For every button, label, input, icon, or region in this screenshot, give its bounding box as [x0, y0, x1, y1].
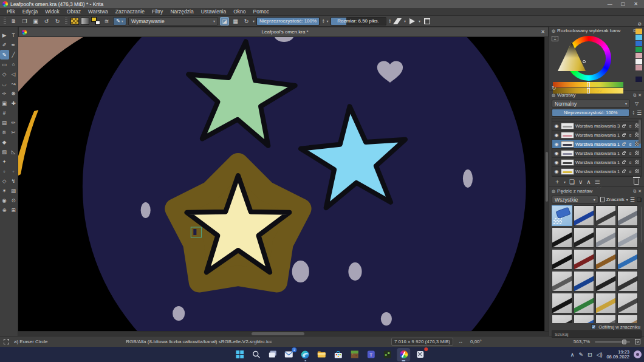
tray-volume-icon[interactable]: ◁)	[597, 352, 603, 358]
opacity-spinner[interactable]: ▲▼	[321, 19, 324, 24]
display-mode-icon[interactable]: ❏	[637, 197, 642, 203]
canvas-vertical-scrollbar[interactable]	[544, 37, 549, 331]
presets-menu-icon[interactable]: ☰	[630, 197, 635, 203]
taskbar-game-icon[interactable]	[380, 348, 394, 361]
reload-preset-button[interactable]: ↻	[242, 17, 251, 26]
brush-preset[interactable]	[617, 227, 638, 248]
brush-preset[interactable]	[574, 205, 594, 226]
duplicate-layer-button[interactable]: ❏	[569, 179, 575, 185]
brush-preset[interactable]	[552, 271, 572, 292]
tool-bezier-select[interactable]: ◉	[0, 196, 9, 205]
notification-badge[interactable]	[634, 350, 642, 358]
brush-editor-button[interactable]: ✎▾	[113, 17, 126, 26]
menu-edycja[interactable]: Edycja	[19, 9, 41, 15]
toolbar-grip[interactable]	[65, 18, 67, 25]
tool-line[interactable]: ╱	[9, 50, 18, 60]
close-docker-icon[interactable]: ✕	[638, 93, 642, 98]
tool-rect-select[interactable]: ▫	[0, 166, 9, 176]
tool-freehand-path[interactable]: ↝	[9, 79, 18, 89]
tray-network-icon[interactable]: ⊡	[587, 352, 592, 358]
document-close-button[interactable]: ✕	[541, 29, 545, 35]
tool-edit-shapes[interactable]: ✐	[0, 40, 9, 50]
taskbar-store-icon[interactable]	[331, 348, 344, 361]
layer-row[interactable]: ◉Warstwa malowania 3α	[552, 121, 641, 131]
size-spinner[interactable]: ▲▼	[388, 19, 391, 24]
move-layer-up-button[interactable]: ∧	[586, 179, 591, 185]
tool-gradient[interactable]: ▤	[0, 118, 9, 128]
chevron-down-icon[interactable]: ▾	[326, 19, 328, 23]
taskbar-edge-icon[interactable]	[298, 348, 312, 361]
tool-bezier-curve[interactable]: ◡	[0, 79, 9, 89]
menu-filtry[interactable]: Filtry	[149, 9, 166, 15]
tool-smart-patch[interactable]: ✂	[9, 128, 18, 137]
tool-calligraphy[interactable]: ✒	[9, 40, 18, 50]
layer-row[interactable]: ◉Warstwa malowania 16α	[552, 167, 641, 176]
toolbar-grip[interactable]	[4, 18, 6, 25]
tool-select-shapes[interactable]: ▶	[0, 30, 9, 40]
taskbar-teams-icon[interactable]: T	[364, 348, 377, 361]
taskbar-mail-icon[interactable]: 3	[282, 348, 295, 361]
filter-checkbox[interactable]: ✓	[591, 324, 596, 329]
tool-freehand-select[interactable]: ↯	[9, 176, 18, 186]
color-swatch[interactable]	[635, 59, 642, 64]
chevron-down-icon[interactable]: ▾	[404, 19, 406, 23]
clock[interactable]: 19:23 08.09.2022	[606, 350, 629, 360]
menu-narzędzia[interactable]: Narzędzia	[167, 9, 196, 15]
layer-lock-icon[interactable]	[621, 160, 626, 165]
tool-polygon[interactable]: ◇	[0, 69, 9, 79]
menu-widok[interactable]: Widok	[42, 9, 63, 15]
menu-zaznaczanie[interactable]: Zaznaczanie	[112, 9, 148, 15]
layer-lock-icon[interactable]	[621, 169, 626, 174]
tool-transform[interactable]: ▣	[0, 98, 9, 108]
tray-chevron-icon[interactable]: ∧	[570, 352, 575, 358]
brush-preset[interactable]	[617, 315, 638, 323]
mirror-button[interactable]	[393, 17, 402, 26]
tool-fill[interactable]: ◆	[0, 137, 9, 147]
layer-visible-icon[interactable]: ◉	[553, 132, 560, 138]
layer-inherit-alpha-icon[interactable]	[634, 160, 640, 165]
brush-preset[interactable]	[552, 249, 572, 270]
brush-preset[interactable]	[552, 205, 572, 226]
brush-preset-combo[interactable]: Wymazywanie ▾	[128, 17, 218, 26]
color-swatch[interactable]	[635, 41, 642, 46]
canvas-artwork[interactable]	[18, 37, 544, 331]
tool-ellipse[interactable]: ○	[9, 60, 18, 69]
color-swatch[interactable]	[635, 53, 642, 58]
menu-ustawienia[interactable]: Ustawienia	[198, 9, 230, 15]
float-docker-icon[interactable]: ⧉	[633, 189, 636, 194]
selector-settings-icon[interactable]: ☰	[552, 36, 558, 41]
add-layer-button[interactable]: ＋	[554, 177, 560, 186]
chevron-down-icon[interactable]: ▾	[419, 19, 420, 23]
refresh-colors-icon[interactable]: ↻	[552, 85, 557, 91]
brush-preset[interactable]	[595, 293, 616, 313]
tool-magnetic-select[interactable]: ⊙	[9, 196, 18, 205]
opacity-slider[interactable]: Nieprzezroczystość: 100%	[256, 17, 320, 26]
float-docker-icon[interactable]: ⧉	[633, 93, 636, 98]
layer-lock-icon[interactable]	[621, 124, 626, 128]
menu-okno[interactable]: Okno	[230, 9, 248, 15]
brush-preset[interactable]	[595, 271, 616, 292]
layer-lock-icon[interactable]	[621, 142, 626, 146]
tool-pan[interactable]: ⊞	[9, 205, 18, 215]
layer-alpha-icon[interactable]: α	[628, 160, 633, 165]
color-swatch[interactable]	[635, 77, 642, 82]
layer-row[interactable]: ◉Warstwa malowania 17α	[552, 131, 641, 140]
menu-obraz[interactable]: Obraz	[64, 9, 84, 15]
eraser-mode-button[interactable]: ◪	[220, 17, 229, 26]
layer-alpha-icon[interactable]: α	[628, 124, 633, 128]
taskbar-explorer-icon[interactable]	[315, 348, 328, 361]
tool-rectangle[interactable]: ▭	[0, 60, 9, 69]
layer-alpha-icon[interactable]: α	[628, 151, 633, 155]
tool-polyline[interactable]: ◁	[9, 69, 18, 79]
brush-preset[interactable]	[595, 315, 616, 323]
move-layer-down-button[interactable]: ∨	[578, 179, 583, 185]
brush-preset[interactable]	[552, 293, 572, 313]
hue-strip[interactable]	[553, 82, 623, 87]
layer-row[interactable]: ◉Warstwa malowania 14α	[552, 158, 641, 167]
tool-zoom[interactable]: ⊕	[0, 205, 9, 215]
brush-preset[interactable]	[617, 271, 638, 292]
color-swatch[interactable]	[635, 65, 642, 70]
maximize-button[interactable]: ▢	[621, 1, 626, 7]
tray-pen-icon[interactable]: ✎	[578, 352, 583, 358]
brush-preset[interactable]	[617, 249, 638, 270]
